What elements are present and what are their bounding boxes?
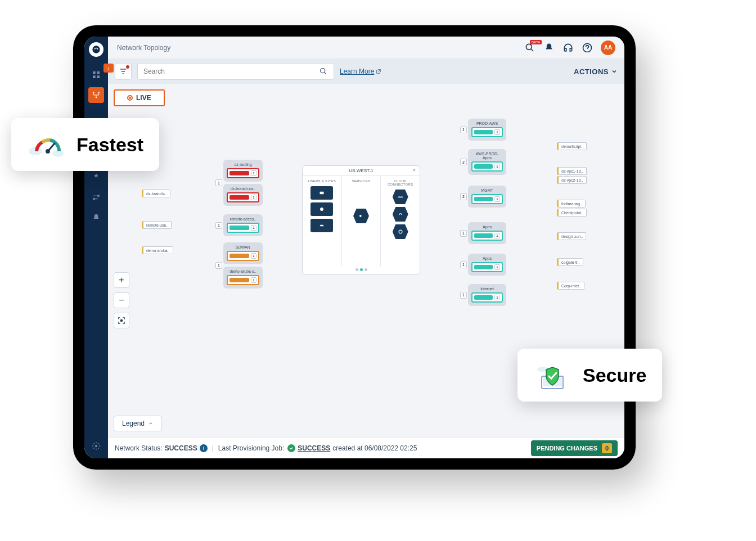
app-logo[interactable] bbox=[89, 42, 104, 57]
filter-button[interactable] bbox=[115, 63, 132, 80]
svg-point-11 bbox=[526, 44, 532, 49]
topology-node[interactable]: 1 remote-acces.. 1 bbox=[223, 214, 263, 236]
info-icon[interactable]: i bbox=[200, 444, 208, 452]
sidebar-expand-button[interactable]: › bbox=[104, 64, 114, 73]
svg-point-14 bbox=[120, 319, 123, 322]
topology-tag[interactable]: remote-use.. bbox=[142, 221, 172, 229]
topology-tag[interactable]: dz-vpc1-10.. bbox=[557, 167, 587, 175]
svg-point-7 bbox=[96, 97, 97, 98]
overlay-fastest-text: Fastest bbox=[76, 134, 143, 156]
network-status-value: SUCCESS bbox=[165, 444, 197, 452]
check-icon bbox=[287, 444, 295, 452]
legend-button[interactable]: Legend bbox=[114, 416, 162, 431]
overlay-secure-text: Secure bbox=[583, 364, 646, 386]
global-search-icon[interactable]: BETA bbox=[524, 42, 536, 53]
support-icon[interactable] bbox=[562, 42, 574, 53]
last-job-label: Last Provisioning Job: bbox=[218, 444, 284, 452]
topbar: Network Topology BETA AA bbox=[108, 37, 624, 59]
topology-node[interactable]: 2AWS-PROD-Apps1 bbox=[468, 149, 506, 175]
topology-node[interactable]: 1 SDWAN 1 demo-aruba-s.. 1 bbox=[223, 242, 263, 288]
sidebar: › bbox=[84, 37, 108, 458]
svg-text:aws: aws bbox=[398, 196, 403, 199]
svg-point-10 bbox=[95, 445, 97, 447]
topology-tag[interactable]: dz-branch-.. bbox=[142, 190, 170, 197]
sidebar-item-gear[interactable] bbox=[88, 438, 104, 454]
pending-changes-button[interactable]: PENDING CHANGES 0 bbox=[531, 440, 618, 456]
svg-point-5 bbox=[93, 92, 94, 94]
sidebar-item-dashboard[interactable] bbox=[88, 67, 104, 83]
svg-point-8 bbox=[98, 195, 100, 197]
learn-more-link[interactable]: Learn More bbox=[340, 67, 381, 75]
topology-tag[interactable]: demo-aruba.. bbox=[142, 246, 173, 254]
service-node[interactable] bbox=[393, 224, 408, 239]
service-node[interactable] bbox=[310, 186, 333, 200]
service-node[interactable] bbox=[310, 202, 333, 216]
sidebar-item-settings[interactable] bbox=[88, 190, 104, 205]
bell-icon[interactable] bbox=[543, 42, 555, 53]
svg-point-13 bbox=[321, 69, 325, 73]
topology-node[interactable]: 1Apps1 bbox=[468, 254, 506, 276]
topology-node[interactable]: 1PROD-AWS1 bbox=[468, 119, 506, 141]
chevron-down-icon bbox=[611, 68, 618, 75]
topology-node[interactable]: 1Apps1 bbox=[468, 222, 506, 244]
topology-node[interactable]: 2MGMT1 bbox=[468, 186, 506, 208]
svg-rect-1 bbox=[93, 71, 96, 74]
search-icon bbox=[319, 67, 328, 76]
fit-view-button[interactable] bbox=[114, 313, 129, 328]
search-input[interactable] bbox=[143, 67, 319, 75]
region-close-icon[interactable]: ✕ bbox=[412, 168, 416, 173]
service-node[interactable] bbox=[310, 219, 333, 232]
service-node[interactable] bbox=[353, 209, 369, 223]
overlay-secure-card: Secure bbox=[518, 349, 662, 402]
svg-point-0 bbox=[92, 46, 100, 53]
status-bar: Network Status: SUCCESS i | Last Provisi… bbox=[108, 437, 624, 458]
help-icon[interactable] bbox=[582, 42, 593, 53]
region-pager[interactable] bbox=[303, 266, 420, 273]
last-job-timestamp: created at 06/08/2022 02:25 bbox=[332, 444, 417, 452]
sidebar-item-extensions[interactable] bbox=[88, 169, 104, 185]
search-box[interactable] bbox=[137, 63, 334, 80]
region-panel[interactable]: US-WEST-1✕ USERS & SITES SERVICES CLOUD … bbox=[302, 165, 420, 275]
topology-tag[interactable]: design-zon.. bbox=[557, 232, 586, 240]
svg-rect-3 bbox=[93, 75, 96, 78]
service-node[interactable] bbox=[393, 207, 408, 222]
pending-count-badge: 0 bbox=[602, 443, 612, 453]
topology-tag[interactable]: dz-vpc2-10.. bbox=[557, 176, 587, 184]
network-status-label: Network Status: bbox=[115, 444, 163, 452]
region-title: US-WEST-1 bbox=[349, 168, 374, 173]
zoom-controls: + − bbox=[114, 272, 129, 328]
chevron-up-icon bbox=[148, 421, 154, 426]
topology-tag[interactable]: demoScript.. bbox=[557, 142, 587, 150]
external-link-icon bbox=[376, 69, 381, 74]
shield-icon bbox=[533, 359, 572, 391]
last-job-link[interactable]: SUCCESS bbox=[298, 444, 330, 452]
actions-dropdown[interactable]: ACTIONS bbox=[574, 67, 618, 76]
svg-point-6 bbox=[98, 92, 100, 94]
zoom-in-button[interactable]: + bbox=[114, 272, 129, 288]
topology-tag[interactable]: Corp-Inter.. bbox=[557, 282, 584, 290]
page-title: Network Topology bbox=[117, 44, 170, 52]
topology-node[interactable]: 1 dz-routing 1 dz-branch-us.. 1 bbox=[223, 160, 263, 206]
filter-indicator-dot bbox=[126, 65, 129, 69]
service-node[interactable]: aws bbox=[393, 190, 408, 204]
svg-rect-2 bbox=[97, 71, 100, 74]
svg-point-18 bbox=[399, 230, 402, 233]
svg-rect-4 bbox=[97, 75, 100, 78]
toolbar: Learn More ACTIONS bbox=[108, 59, 624, 84]
svg-point-21 bbox=[46, 149, 50, 154]
overlay-fastest-card: Fastest bbox=[11, 118, 159, 171]
sidebar-item-topology[interactable] bbox=[88, 87, 104, 103]
topology-tag[interactable]: fortimanag.. bbox=[557, 200, 586, 208]
gauge-icon bbox=[27, 128, 65, 161]
user-avatar[interactable]: AA bbox=[601, 40, 615, 55]
svg-rect-15 bbox=[320, 192, 324, 195]
zoom-out-button[interactable]: − bbox=[114, 292, 129, 308]
topology-tag[interactable]: Checkpoint.. bbox=[557, 209, 587, 217]
sidebar-item-alerts[interactable] bbox=[88, 210, 104, 226]
beta-badge: BETA bbox=[530, 40, 542, 44]
topology-node[interactable]: 1Internet1 bbox=[468, 284, 506, 306]
svg-point-16 bbox=[320, 208, 323, 211]
tablet-frame: › Network bbox=[73, 25, 636, 470]
topology-tag[interactable]: colgate-tr.. bbox=[557, 258, 583, 266]
